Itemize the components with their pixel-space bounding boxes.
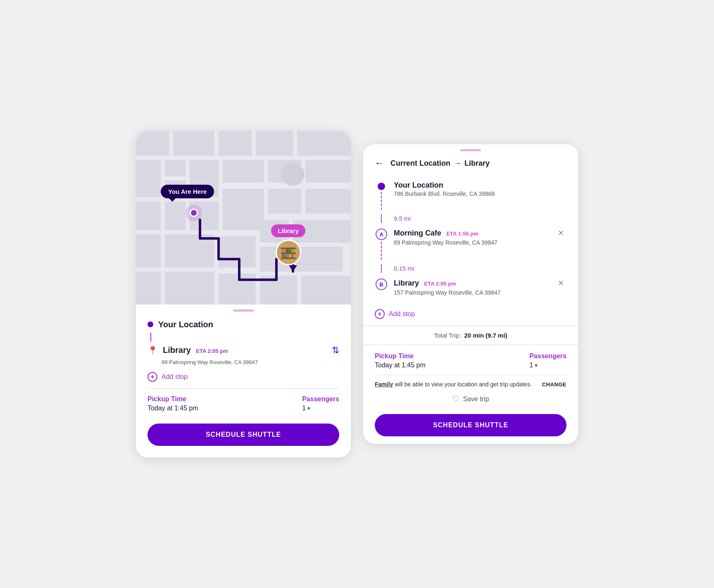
right-passengers-label: Passengers: [529, 352, 566, 360]
svg-rect-5: [297, 131, 351, 156]
map-section: You Are Here Library: [136, 131, 351, 305]
stop-b: B Library ETA 2:05 pm ✕ 157 Palmspring W…: [375, 278, 566, 298]
left-phone-card: You Are Here Library: [136, 131, 351, 457]
svg-rect-38: [286, 254, 289, 257]
schedule-shuttle-button[interactable]: SCHEDULE SHUTTLE: [148, 424, 339, 446]
stop-b-content: Library ETA 2:05 pm ✕ 157 Palmspring Way…: [394, 278, 566, 298]
svg-rect-25: [136, 271, 161, 305]
heart-icon: ♡: [452, 394, 459, 404]
svg-rect-45: [291, 250, 293, 252]
svg-rect-7: [165, 160, 186, 176]
dest-name: Library: [163, 345, 191, 355]
total-trip-value: 20 min (9.7 mi): [464, 332, 507, 339]
svg-rect-37: [284, 255, 286, 257]
right-passengers-col: Passengers 1 ▾: [529, 352, 566, 369]
right-to-label: Library: [464, 159, 490, 168]
right-add-stop-row[interactable]: + Add stop: [363, 306, 578, 326]
pickup-time-value: Today at 1:45 pm: [148, 405, 198, 412]
stop-b-remove-button[interactable]: ✕: [555, 278, 566, 288]
destination-row: 📍 Library ETA 2:05 pm ⇅: [148, 345, 339, 356]
svg-rect-13: [136, 201, 161, 230]
right-chevron-down-icon: ▾: [535, 362, 538, 369]
stop-a-content: Morning Cafe ETA 1:55 pm ✕ 89 Palmspring…: [394, 228, 566, 248]
right-add-stop-icon: +: [375, 309, 385, 319]
distance-1: 9.5 mi: [394, 213, 566, 224]
add-stop-label: Add stop: [162, 373, 188, 381]
pickup-col: Pickup Time Today at 1:45 pm: [148, 395, 198, 412]
chevron-down-icon: ▾: [307, 405, 310, 412]
origin-row: Your Location: [148, 320, 213, 329]
add-stop-row[interactable]: + Add stop: [148, 372, 339, 382]
svg-rect-9: [223, 160, 264, 183]
right-passengers-value: 1 ▾: [529, 362, 538, 369]
right-from-label: Current Location: [390, 159, 450, 168]
bottom-panel: Your Location 📍 Library ETA 2:05 pm ⇅ 89…: [136, 314, 351, 457]
map-container: You Are Here Library: [136, 131, 351, 305]
total-trip-row: Total Trip: 20 min (9.7 mi): [363, 326, 578, 345]
svg-rect-33: [281, 257, 296, 259]
passengers-value: 1 ▾: [302, 405, 310, 412]
stop-a: A Morning Cafe ETA 1:55 pm ✕ 89 Palmspri…: [375, 228, 566, 262]
svg-rect-39: [289, 254, 291, 257]
route-line: [150, 333, 151, 342]
origin-icon-col: [375, 181, 388, 212]
save-trip-label: Save trip: [463, 395, 489, 403]
svg-rect-40: [291, 255, 293, 257]
location-dot: [186, 205, 202, 221]
origin-addr: 786 Burbank Blvd. Roseville, CA 39868: [394, 190, 566, 197]
top-handle-bar: [460, 149, 481, 151]
svg-rect-22: [219, 236, 256, 267]
stop-b-name-row: Library ETA 2:05 pm ✕: [394, 278, 566, 288]
right-pickup-passengers: Pickup Time Today at 1:45 pm Passengers …: [375, 352, 566, 369]
origin-dot: [148, 321, 153, 327]
svg-rect-36: [282, 254, 284, 257]
right-back-button[interactable]: ←: [375, 158, 384, 169]
right-pickup-col: Pickup Time Today at 1:45 pm: [375, 352, 426, 369]
svg-rect-17: [268, 189, 301, 214]
divider: [148, 388, 339, 389]
passengers-label: Passengers: [302, 395, 339, 403]
total-trip-label: Total Trip:: [434, 332, 461, 339]
library-pin: Library: [271, 224, 305, 265]
add-stop-icon: +: [148, 372, 157, 382]
drag-handle: [136, 305, 351, 314]
svg-rect-43: [286, 249, 289, 252]
change-button[interactable]: CHANGE: [542, 381, 566, 388]
dest-pin-icon: 📍: [148, 345, 158, 355]
svg-rect-1: [136, 131, 169, 156]
stops-list: Your Location 786 Burbank Blvd. Rosevill…: [363, 174, 578, 306]
right-bottom-panel: Pickup Time Today at 1:45 pm Passengers …: [363, 345, 578, 444]
svg-point-19: [281, 163, 305, 186]
top-handle: [363, 144, 578, 151]
svg-rect-11: [305, 160, 351, 183]
origin-label: Your Location: [158, 320, 213, 329]
stop-a-circle: A: [376, 229, 387, 240]
route-summary: Your Location 📍 Library ETA 2:05 pm ⇅ 89…: [148, 320, 339, 365]
distance-row-1: 9.5 mi: [375, 213, 566, 224]
dest-eta: ETA 2:05 pm: [196, 348, 228, 354]
origin-content: Your Location 786 Burbank Blvd. Rosevill…: [394, 181, 566, 199]
stop-a-icon-col: A: [375, 228, 388, 262]
family-link: Family: [375, 381, 393, 388]
distance-row-2: 0.15 mi: [375, 263, 566, 274]
svg-rect-3: [219, 131, 252, 156]
right-schedule-shuttle-button[interactable]: SCHEDULE SHUTTLE: [375, 414, 566, 436]
stop-b-eta: ETA 2:05 pm: [424, 281, 456, 287]
family-text: Family will be able to view your locatio…: [375, 381, 542, 388]
right-nav-row: ← Current Location → Library: [363, 155, 578, 174]
stop-b-circle: B: [376, 279, 387, 290]
pickup-time-label: Pickup Time: [148, 395, 198, 403]
svg-rect-27: [219, 274, 256, 305]
right-passengers-row[interactable]: 1 ▾: [529, 362, 566, 369]
origin-dot-filled: [378, 183, 385, 190]
save-trip-row[interactable]: ♡ Save trip: [375, 394, 566, 404]
stop-a-eta: ETA 1:55 pm: [446, 231, 478, 237]
stop-a-name: Morning Cafe: [394, 229, 441, 237]
passengers-row[interactable]: 1 ▾: [302, 405, 339, 412]
svg-rect-30: [301, 276, 351, 305]
svg-rect-44: [289, 249, 291, 252]
stop-a-remove-button[interactable]: ✕: [555, 228, 566, 238]
library-label-tag: Library: [271, 224, 305, 237]
swap-icon[interactable]: ⇅: [332, 345, 339, 356]
pickup-passengers-row: Pickup Time Today at 1:45 pm Passengers …: [148, 395, 339, 412]
